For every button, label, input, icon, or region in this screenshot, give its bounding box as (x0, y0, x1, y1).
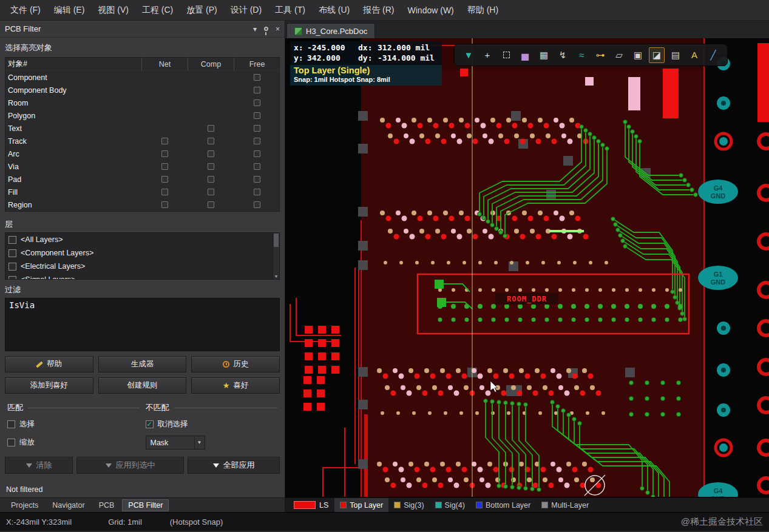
menu-item[interactable]: 文件 (F) (4, 0, 47, 20)
pin-icon[interactable] (264, 27, 268, 31)
free-checkbox[interactable] (254, 163, 260, 170)
create-rule-button[interactable]: 创建规则 (98, 377, 187, 394)
layer-tab[interactable]: Sig(4) (430, 498, 470, 512)
close-icon[interactable]: × (276, 25, 280, 33)
column-header-object[interactable]: 对象# (5, 59, 141, 69)
panel-tab-projects[interactable]: Projects (5, 499, 44, 511)
menu-item[interactable]: 工具 (T) (268, 0, 312, 20)
comp-checkbox[interactable] (208, 150, 214, 157)
add-favorite-button[interactable]: 添加到喜好 (5, 377, 93, 394)
history-button[interactable]: 历史 (191, 356, 280, 372)
menu-item[interactable]: Window (W) (401, 0, 461, 20)
layer-list-item[interactable]: <Component Layers> (5, 246, 279, 260)
object-type-label: Fill (5, 188, 141, 197)
histogram-icon[interactable]: ▅ (517, 47, 533, 63)
selection-rect-icon[interactable] (498, 47, 514, 63)
column-header-comp[interactable]: Comp (188, 58, 234, 70)
menu-item[interactable]: 布线 (U) (312, 0, 356, 20)
free-checkbox[interactable] (254, 176, 260, 183)
signal-icon[interactable]: ≈ (574, 47, 589, 63)
comp-checkbox[interactable] (208, 125, 214, 132)
comp-checkbox[interactable] (208, 138, 214, 144)
object-type-label: Component (5, 73, 141, 82)
text-icon[interactable]: A (686, 47, 702, 63)
mask-icon[interactable]: ▱ (611, 47, 627, 63)
free-checkbox[interactable] (254, 125, 260, 132)
route-icon[interactable]: ↯ (555, 47, 571, 63)
crosshair-icon[interactable]: + (479, 47, 495, 63)
layer-set-chip[interactable]: LS (289, 498, 333, 512)
free-checkbox[interactable] (254, 99, 260, 106)
free-checkbox[interactable] (254, 189, 260, 195)
net-checkbox[interactable] (161, 163, 168, 170)
panel-tab-pcb[interactable]: PCB (93, 499, 121, 511)
net-checkbox[interactable] (161, 176, 168, 183)
column-header-free[interactable]: Free (234, 58, 280, 70)
net-checkbox[interactable] (161, 150, 168, 157)
help-button[interactable]: 帮助 (5, 356, 93, 372)
free-checkbox[interactable] (254, 87, 260, 93)
checkbox[interactable] (7, 439, 15, 446)
net-checkbox[interactable] (161, 138, 168, 144)
layer-checkbox[interactable] (8, 236, 16, 244)
builder-button[interactable]: 生成器 (98, 356, 187, 372)
scroll-down-icon[interactable]: ▼ (273, 274, 279, 278)
filter-icon[interactable]: ▼ (461, 47, 476, 63)
favorite-button[interactable]: ★ 喜好 (191, 377, 280, 394)
free-checkbox[interactable] (254, 201, 260, 208)
chevron-down-icon[interactable]: ▼ (194, 436, 205, 449)
zoom-checkbox[interactable]: 缩放 (7, 437, 140, 448)
panel-tab-navigator[interactable]: Navigator (46, 499, 91, 511)
key-icon[interactable]: ⊶ (592, 47, 608, 63)
scrollbar[interactable]: ▼ (273, 233, 279, 279)
line-icon[interactable]: ╱ (705, 47, 721, 63)
free-checkbox[interactable] (254, 74, 260, 81)
apply-all-button[interactable]: 全部应用 (188, 457, 280, 474)
comp-checkbox[interactable] (208, 176, 214, 183)
comp-checkbox[interactable] (208, 163, 214, 170)
menu-item[interactable]: 编辑 (E) (47, 0, 92, 20)
layer-checkbox[interactable] (8, 276, 16, 280)
panel-tab-pcb-filter[interactable]: PCB Filter (122, 499, 169, 511)
highlight-icon[interactable]: ◪ (649, 47, 665, 63)
clear-button[interactable]: 清除 (5, 457, 73, 474)
free-checkbox[interactable] (254, 112, 260, 119)
scrollbar-thumb[interactable] (274, 234, 279, 247)
comp-checkbox[interactable] (208, 189, 214, 195)
deselect-checkbox[interactable]: ✓ 取消选择 (146, 419, 278, 429)
checkbox[interactable] (7, 420, 15, 428)
pcb-canvas[interactable]: ROOM_DDRG4GNDG1GNDG4GND (285, 38, 769, 497)
comp-checkbox[interactable] (208, 201, 214, 208)
menu-item[interactable]: 视图 (V) (91, 0, 135, 20)
filter-expression-input[interactable]: IsVia (5, 298, 280, 351)
apply-to-selected-button[interactable]: 应用到选中 (76, 457, 184, 474)
free-checkbox[interactable] (254, 138, 260, 144)
layer-tab[interactable]: Multi-Layer (536, 498, 594, 512)
layer-tab[interactable]: Bottom Layer (470, 498, 536, 512)
document-tab[interactable]: H3_Core.PcbDoc (286, 23, 375, 38)
net-checkbox[interactable] (161, 189, 168, 195)
menu-item[interactable]: 帮助 (H) (461, 0, 505, 20)
net-checkbox[interactable] (161, 201, 168, 208)
panel-menu-icon[interactable]: ▾ (253, 25, 257, 33)
menu-item[interactable]: 报告 (R) (356, 0, 401, 20)
checkbox-checked[interactable]: ✓ (146, 420, 154, 428)
layer-list-item[interactable]: <Electrical Layers> (5, 260, 279, 273)
layer-tab[interactable]: Sig(3) (388, 498, 429, 512)
select-checkbox[interactable]: 选择 (7, 419, 140, 429)
mask-dropdown[interactable]: Mask ▼ (146, 436, 205, 450)
layer-list-item[interactable]: <Signal Layers> (5, 273, 279, 280)
chart-icon[interactable]: ▤ (668, 47, 683, 63)
layer-checkbox[interactable] (8, 263, 16, 271)
image-icon[interactable]: ▣ (630, 47, 646, 63)
column-header-net[interactable]: Net (141, 58, 188, 70)
free-checkbox[interactable] (254, 150, 260, 157)
menu-item[interactable]: 设计 (D) (224, 0, 268, 20)
layer-tab[interactable]: Top Layer (334, 498, 388, 512)
layer-tab-label: Sig(4) (445, 501, 465, 510)
layer-checkbox[interactable] (8, 249, 16, 257)
menu-item[interactable]: 放置 (P) (180, 0, 224, 20)
grid-icon[interactable]: ▦ (536, 47, 552, 63)
layer-list-item[interactable]: <All Layers> (5, 233, 279, 246)
menu-item[interactable]: 工程 (C) (135, 0, 180, 20)
